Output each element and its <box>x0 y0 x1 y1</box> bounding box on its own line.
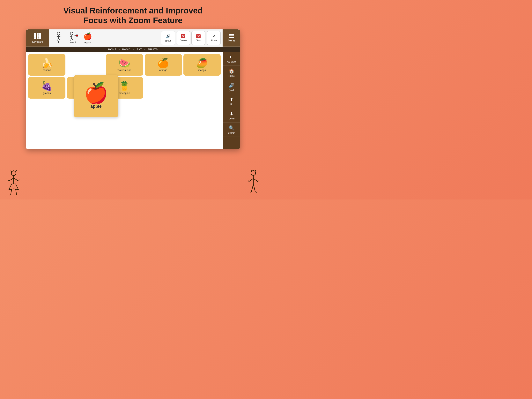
go-back-button[interactable]: ↩ Go back <box>223 52 240 66</box>
svg-line-11 <box>70 38 72 40</box>
svg-line-34 <box>258 180 259 182</box>
sentence-area: I <box>49 29 159 46</box>
svg-point-0 <box>57 32 60 35</box>
sentence-word-i: I <box>53 32 64 44</box>
search-button[interactable]: 🔍 Search <box>223 123 240 137</box>
fruit-card-empty-1 <box>67 54 104 76</box>
svg-line-23 <box>16 189 17 195</box>
svg-line-38 <box>255 192 257 193</box>
svg-line-25 <box>17 195 18 195</box>
svg-line-3 <box>59 36 61 37</box>
keyboard-button[interactable]: Keyboard <box>26 29 49 46</box>
action-buttons: 🔊 Speak ✕ Delete ✕ Clear ↗ Share <box>159 29 222 46</box>
svg-line-37 <box>250 192 251 193</box>
svg-line-9 <box>72 35 76 36</box>
page-title: Visual Reinforcement and Improved Focus … <box>0 0 266 29</box>
breadcrumb: HOME → BASIC → EAT → FRUITS <box>26 47 240 52</box>
home-button[interactable]: 🏠 Home <box>223 66 240 80</box>
stick-boy-decoration <box>247 170 260 198</box>
quick-button[interactable]: 🔊 Quick <box>223 80 240 94</box>
svg-point-26 <box>251 171 256 175</box>
svg-line-2 <box>56 36 59 37</box>
content-area: 🍌 banana 🍉 water melon 🍊 orange 🥭 <box>26 52 223 149</box>
top-bar: Keyboard <box>26 29 240 47</box>
up-button[interactable]: ⬆ Up <box>223 95 240 108</box>
zoomed-apple-card[interactable]: 🍎 apple <box>74 75 118 117</box>
svg-line-20 <box>14 178 19 181</box>
menu-button[interactable]: Menu <box>222 29 240 46</box>
svg-line-22 <box>11 189 12 195</box>
right-sidebar: ↩ Go back 🏠 Home 🔊 Quick ⬆ Up ⬇ Down <box>223 52 240 149</box>
fruit-grid: 🍌 banana 🍉 water melon 🍊 orange 🥭 <box>28 54 221 99</box>
svg-line-35 <box>251 184 253 192</box>
svg-line-18 <box>9 178 14 181</box>
svg-line-5 <box>59 38 60 40</box>
delete-button[interactable]: ✕ Delete <box>176 31 190 45</box>
svg-line-32 <box>248 180 249 182</box>
share-button[interactable]: ↗ Share <box>207 31 221 45</box>
sentence-word-want: want <box>68 32 78 44</box>
svg-line-36 <box>253 184 255 192</box>
svg-line-4 <box>57 38 59 40</box>
main-area: 🍌 banana 🍉 water melon 🍊 orange 🥭 <box>26 52 240 149</box>
svg-line-14 <box>11 170 12 172</box>
svg-line-12 <box>72 38 73 40</box>
svg-point-6 <box>70 32 73 35</box>
svg-line-24 <box>9 195 11 195</box>
fruit-card-grapes[interactable]: 🍇 grapes <box>28 77 65 99</box>
svg-line-8 <box>69 36 72 37</box>
fruit-card-banana[interactable]: 🍌 banana <box>28 54 65 76</box>
svg-line-16 <box>16 170 17 172</box>
stick-girl-decoration <box>6 170 21 196</box>
svg-line-31 <box>249 179 253 182</box>
svg-line-19 <box>8 180 9 181</box>
speak-button[interactable]: 🔊 Speak <box>161 31 175 45</box>
svg-rect-10 <box>76 35 78 36</box>
sentence-word-apple: 🍎 apple <box>82 32 93 44</box>
down-button[interactable]: ⬇ Down <box>223 109 240 122</box>
fruit-card-watermelon[interactable]: 🍉 water melon <box>106 54 143 76</box>
svg-line-33 <box>253 179 258 182</box>
svg-line-21 <box>19 180 19 181</box>
svg-line-29 <box>255 170 256 171</box>
app-window: Keyboard <box>26 29 240 149</box>
clear-button[interactable]: ✕ Clear <box>191 31 205 45</box>
svg-point-13 <box>11 171 16 175</box>
fruit-card-orange[interactable]: 🍊 orange <box>145 54 182 76</box>
fruit-card-mango[interactable]: 🥭 mango <box>184 54 221 76</box>
